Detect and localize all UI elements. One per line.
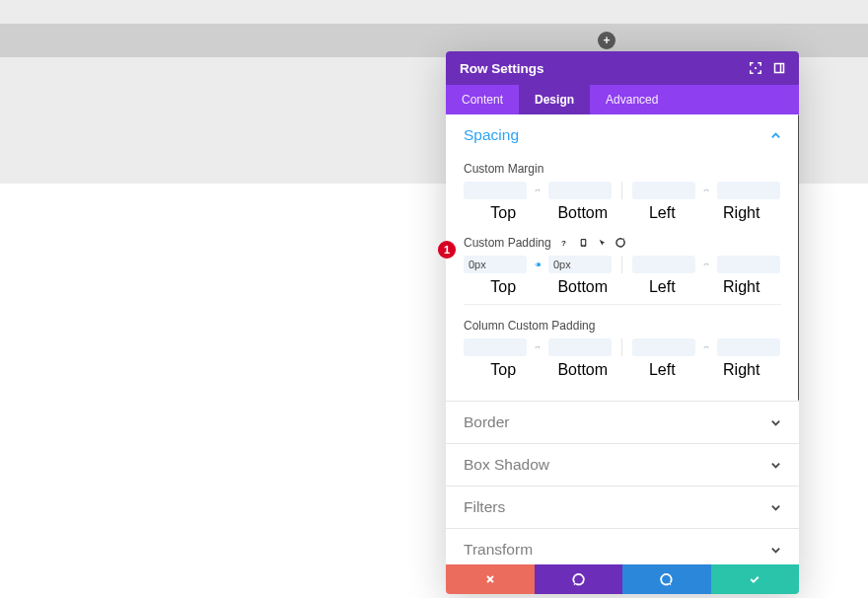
phone-icon[interactable] bbox=[578, 237, 589, 249]
reset-icon[interactable] bbox=[615, 237, 626, 249]
column-custom-padding-block: Column Custom Padding bbox=[464, 313, 781, 387]
section-transform: Transform bbox=[446, 529, 799, 564]
divider bbox=[621, 182, 622, 199]
margin-right-input[interactable] bbox=[717, 182, 780, 199]
section-transform-label: Transform bbox=[464, 541, 533, 559]
custom-padding-inputs bbox=[464, 256, 781, 273]
undo-icon bbox=[571, 572, 585, 586]
section-spacing-header[interactable]: Spacing bbox=[446, 114, 799, 156]
custom-margin-block: Custom Margin bbox=[464, 156, 781, 230]
redo-button[interactable] bbox=[622, 564, 711, 594]
col-padding-right-label: Right bbox=[702, 361, 782, 379]
add-section-button[interactable]: + bbox=[598, 32, 615, 49]
column-custom-padding-inputs bbox=[464, 338, 781, 356]
svg-point-6 bbox=[583, 246, 584, 247]
svg-text:?: ? bbox=[561, 239, 566, 248]
padding-right-label: Right bbox=[702, 278, 782, 296]
close-icon bbox=[484, 573, 496, 585]
divider bbox=[621, 256, 622, 273]
col-padding-top-label: Top bbox=[464, 361, 543, 379]
section-spacing-body: Custom Margin bbox=[446, 156, 799, 401]
chevron-down-icon bbox=[770, 417, 781, 428]
row-settings-modal: Row Settings Content Design Advanced Spa… bbox=[446, 51, 799, 594]
check-icon bbox=[748, 573, 761, 585]
chevron-down-icon bbox=[770, 460, 781, 471]
padding-bottom-label: Bottom bbox=[543, 278, 623, 296]
modal-footer bbox=[446, 564, 799, 594]
section-spacing-label: Spacing bbox=[464, 126, 519, 144]
tab-advanced[interactable]: Advanced bbox=[590, 85, 674, 114]
link-icon[interactable] bbox=[531, 184, 544, 197]
section-filters-header[interactable]: Filters bbox=[446, 486, 799, 528]
custom-margin-inputs bbox=[464, 182, 781, 199]
focus-icon[interactable] bbox=[750, 62, 761, 74]
scrollbar[interactable] bbox=[798, 114, 799, 401]
divider bbox=[621, 338, 622, 356]
col-padding-left-input[interactable] bbox=[632, 338, 695, 356]
margin-right-label: Right bbox=[702, 204, 782, 222]
sections-container: Spacing Custom Margin bbox=[446, 114, 799, 564]
hover-icon[interactable] bbox=[597, 237, 608, 249]
custom-margin-label: Custom Margin bbox=[464, 162, 543, 176]
chevron-up-icon bbox=[770, 130, 781, 141]
section-box-shadow: Box Shadow bbox=[446, 444, 799, 486]
margin-left-input[interactable] bbox=[632, 182, 695, 199]
margin-left-label: Left bbox=[622, 204, 702, 222]
modal-title: Row Settings bbox=[460, 61, 544, 76]
margin-top-input[interactable] bbox=[464, 182, 527, 199]
link-icon[interactable] bbox=[531, 258, 544, 271]
link-icon[interactable] bbox=[699, 184, 713, 197]
col-padding-bottom-label: Bottom bbox=[543, 361, 623, 379]
link-icon[interactable] bbox=[699, 340, 713, 354]
padding-right-input[interactable] bbox=[717, 256, 780, 273]
expand-icon[interactable] bbox=[773, 62, 785, 74]
redo-icon bbox=[660, 572, 674, 586]
section-box-shadow-header[interactable]: Box Shadow bbox=[446, 444, 799, 486]
svg-rect-1 bbox=[775, 64, 784, 73]
cancel-button[interactable] bbox=[446, 564, 535, 594]
modal-tabs: Content Design Advanced bbox=[446, 85, 799, 114]
custom-padding-label: Custom Padding bbox=[464, 236, 551, 250]
col-padding-bottom-input[interactable] bbox=[548, 338, 612, 356]
padding-bottom-input[interactable] bbox=[548, 256, 612, 273]
canvas-top-strip bbox=[0, 0, 868, 24]
column-custom-padding-label: Column Custom Padding bbox=[464, 319, 595, 333]
padding-left-input[interactable] bbox=[632, 256, 695, 273]
section-transform-header[interactable]: Transform bbox=[446, 529, 799, 564]
section-filters-label: Filters bbox=[464, 498, 505, 516]
modal-header[interactable]: Row Settings bbox=[446, 51, 799, 85]
col-padding-top-input[interactable] bbox=[464, 338, 527, 356]
margin-bottom-input[interactable] bbox=[548, 182, 612, 199]
svg-point-0 bbox=[755, 67, 757, 69]
custom-padding-block: Custom Padding ? bbox=[464, 230, 781, 305]
padding-left-label: Left bbox=[622, 278, 702, 296]
link-icon[interactable] bbox=[699, 258, 713, 271]
link-icon[interactable] bbox=[531, 340, 544, 354]
section-border: Border bbox=[446, 402, 799, 444]
margin-bottom-label: Bottom bbox=[543, 204, 623, 222]
section-border-label: Border bbox=[464, 413, 510, 431]
modal-header-actions bbox=[750, 62, 785, 74]
chevron-down-icon bbox=[770, 545, 781, 556]
save-button[interactable] bbox=[711, 564, 800, 594]
padding-top-input[interactable] bbox=[464, 256, 527, 273]
margin-top-label: Top bbox=[464, 204, 543, 222]
section-filters: Filters bbox=[446, 486, 799, 529]
section-spacing: Spacing Custom Margin bbox=[446, 114, 799, 402]
col-padding-right-input[interactable] bbox=[717, 338, 780, 356]
section-box-shadow-label: Box Shadow bbox=[464, 456, 549, 474]
padding-top-label: Top bbox=[464, 278, 543, 296]
annotation-badge-1: 1 bbox=[438, 241, 456, 259]
col-padding-left-label: Left bbox=[622, 361, 702, 379]
help-icon[interactable]: ? bbox=[559, 237, 570, 249]
svg-rect-5 bbox=[582, 240, 585, 245]
undo-button[interactable] bbox=[535, 564, 623, 594]
tab-design[interactable]: Design bbox=[519, 85, 590, 114]
tab-content[interactable]: Content bbox=[446, 85, 519, 114]
section-border-header[interactable]: Border bbox=[446, 402, 799, 443]
chevron-down-icon bbox=[770, 502, 781, 513]
